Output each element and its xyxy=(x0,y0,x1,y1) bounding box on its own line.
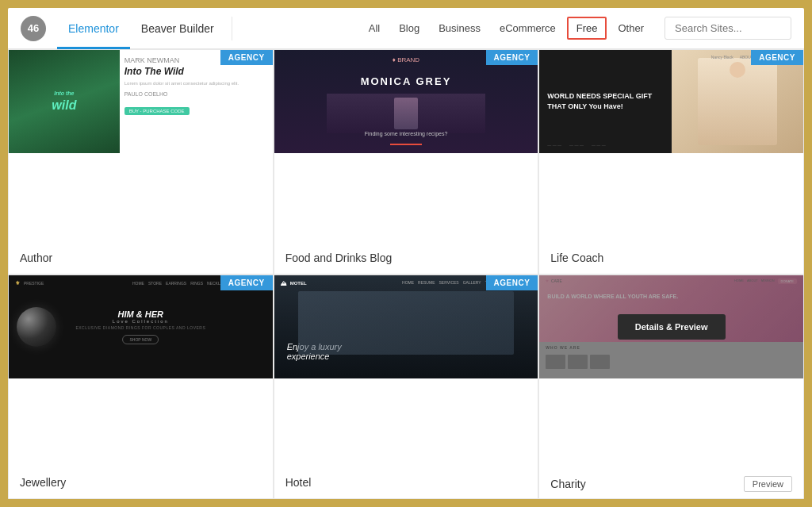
life-coach-person-img xyxy=(672,50,803,153)
jewel-nav3: EARRINGS xyxy=(166,281,186,286)
template-card-life-coach[interactable]: AGENCY WORLD NEEDS SPECIAL GIFT THAT ONL… xyxy=(538,49,804,275)
tab-elementor[interactable]: Elementor xyxy=(57,8,130,49)
charity-footer: Charity Preview xyxy=(539,470,803,498)
life-coach-label: Life Coach xyxy=(539,242,803,274)
author-wild-text: Into thewild xyxy=(48,87,79,116)
charity-details-preview-btn[interactable]: Details & Preview xyxy=(618,314,726,340)
life-stat-3: — — — xyxy=(592,143,606,148)
hotel-nav2: RESUME xyxy=(418,280,435,285)
charity-preview: ♥ CARE HOME ABOUT MISSION DONATE BUILD A… xyxy=(539,275,803,378)
charity-label: Charity xyxy=(550,478,585,490)
life-stat-1: — — — xyxy=(547,143,561,148)
jewel-center-text: HIM & HER Love Collection EXCLUSIVE DIAM… xyxy=(75,309,205,344)
filter-business[interactable]: Business xyxy=(431,18,488,38)
card-image-charity: ♥ CARE HOME ABOUT MISSION DONATE BUILD A… xyxy=(539,275,803,471)
hotel-nav1: HOME xyxy=(402,280,414,285)
template-card-jewellery[interactable]: AGENCY ⚜ PRESTIGE HOME STORE EARRINGS RI… xyxy=(8,275,274,500)
hotel-nav3: SERVICES xyxy=(439,280,459,285)
jewel-nav1: HOME xyxy=(132,281,144,286)
food-label: Food and Drinks Blog xyxy=(274,242,538,274)
author-author-name: PAULO COELHO xyxy=(124,91,268,97)
jewel-brand-icon: ⚜ xyxy=(15,280,20,286)
jewellery-label: Jewellery xyxy=(9,467,273,498)
author-desc: Lorem ipsum dolor sit amet consectetur a… xyxy=(124,80,268,86)
tab-beaver-builder[interactable]: Beaver Builder xyxy=(130,8,225,49)
template-count-badge: 46 xyxy=(21,16,46,41)
card-image-author: AGENCY Into thewild MARK NEWMAN Into The… xyxy=(9,50,273,242)
template-grid: AGENCY Into thewild MARK NEWMAN Into The… xyxy=(8,49,804,499)
card-image-life-coach: AGENCY WORLD NEEDS SPECIAL GIFT THAT ONL… xyxy=(539,50,803,242)
template-card-charity[interactable]: ♥ CARE HOME ABOUT MISSION DONATE BUILD A… xyxy=(538,275,804,500)
author-left-panel: Into thewild xyxy=(9,50,120,153)
filter-free[interactable]: Free xyxy=(567,17,607,40)
jewel-ring-img xyxy=(17,307,56,347)
life-coach-photo xyxy=(672,50,803,153)
author-preview: Into thewild MARK NEWMAN Into The Wild L… xyxy=(9,50,273,153)
template-card-food[interactable]: AGENCY ♦ BRAND MONICA GREY Finding some … xyxy=(274,49,539,275)
filter-ecommerce[interactable]: eCommerce xyxy=(492,18,564,38)
agency-badge-hotel: AGENCY xyxy=(486,275,538,290)
life-stat-2: — — — xyxy=(569,143,584,148)
life-coach-bottom-stats: — — — — — — — — — xyxy=(539,137,671,153)
life-coach-title-text: WORLD NEEDS SPECIAL GIFT THAT ONLY You H… xyxy=(547,91,663,111)
author-buy-btn[interactable]: BUY - PURCHASE CODE xyxy=(124,107,190,115)
jewel-nav4: RINGS xyxy=(190,281,203,286)
jewel-nav2: STORE xyxy=(148,281,162,286)
hotel-logo-icon: ⛰ xyxy=(281,280,287,287)
charity-hover-overlay: Details & Preview xyxy=(539,275,803,378)
main-container: 46 Elementor Beaver Builder All Blog Bus… xyxy=(8,8,804,499)
agency-badge-food: AGENCY xyxy=(486,50,538,65)
hotel-label: Hotel xyxy=(274,467,538,498)
card-image-jewellery: AGENCY ⚜ PRESTIGE HOME STORE EARRINGS RI… xyxy=(9,275,273,467)
agency-badge-author: AGENCY xyxy=(220,50,273,65)
hotel-brand: MOTEL xyxy=(290,281,307,286)
jewel-subtitle: EXCLUSIVE DIAMOND RINGS FOR COUPLES AND … xyxy=(75,325,205,330)
filter-other[interactable]: Other xyxy=(610,18,652,38)
template-card-hotel[interactable]: AGENCY ⛰ MOTEL HOME RESUME SERVICES GALL… xyxy=(274,275,539,500)
author-book-title: Into The Wild xyxy=(124,66,268,77)
life-coach-head xyxy=(730,62,745,78)
author-right-panel: MARK NEWMAN Into The Wild Lorem ipsum do… xyxy=(120,50,273,153)
jewellery-preview: ⚜ PRESTIGE HOME STORE EARRINGS RINGS NEC… xyxy=(9,275,273,378)
author-cta: BUY - PURCHASE CODE xyxy=(124,102,268,116)
agency-badge-jewellery: AGENCY xyxy=(220,275,273,290)
life-coach-preview: WORLD NEEDS SPECIAL GIFT THAT ONLY You H… xyxy=(539,50,803,153)
filter-all[interactable]: All xyxy=(361,18,388,38)
jewel-title2: Love Collection xyxy=(75,319,205,324)
food-tagline: Finding some interesting recipes? xyxy=(274,125,538,139)
filter-blog[interactable]: Blog xyxy=(391,18,427,38)
search-input[interactable] xyxy=(665,17,791,40)
charity-preview-button[interactable]: Preview xyxy=(744,476,792,492)
template-card-author[interactable]: AGENCY Into thewild MARK NEWMAN Into The… xyxy=(8,49,274,275)
top-nav: 46 Elementor Beaver Builder All Blog Bus… xyxy=(8,8,804,49)
jewel-title1: HIM & HER xyxy=(75,309,205,319)
jewel-shop-btn[interactable]: SHOP NOW xyxy=(122,335,159,344)
food-model-name: MONICA GREY xyxy=(274,74,538,88)
card-image-food: AGENCY ♦ BRAND MONICA GREY Finding some … xyxy=(274,50,538,242)
author-label: Author xyxy=(9,242,273,274)
hotel-preview: ⛰ MOTEL HOME RESUME SERVICES GALLERY TES… xyxy=(274,275,538,378)
card-image-hotel: AGENCY ⛰ MOTEL HOME RESUME SERVICES GALL… xyxy=(274,275,538,467)
filter-tabs: All Blog Business eCommerce Free Other xyxy=(361,17,791,40)
hotel-room-img xyxy=(298,291,515,355)
food-preview: ♦ BRAND MONICA GREY Finding some interes… xyxy=(274,50,538,153)
life-coach-silhouette xyxy=(698,58,777,146)
food-brand: ♦ BRAND xyxy=(393,56,419,63)
nav-divider xyxy=(232,17,232,40)
hotel-nav: ⛰ MOTEL xyxy=(281,280,310,287)
jewel-brand-name: PRESTIGE xyxy=(24,281,44,286)
life-nav-brand: Nancy Black xyxy=(711,55,733,60)
agency-badge-life-coach: AGENCY xyxy=(751,50,803,65)
food-divider xyxy=(390,144,422,145)
hotel-nav4: GALLERY xyxy=(463,280,481,285)
